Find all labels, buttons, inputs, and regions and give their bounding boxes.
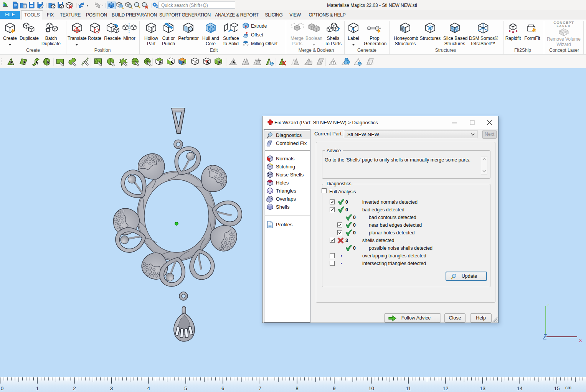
svg-text:A: A bbox=[351, 26, 355, 32]
svg-text:5: 5 bbox=[184, 385, 187, 391]
svg-text:cm: cm bbox=[565, 385, 571, 390]
svg-text:2: 2 bbox=[73, 385, 76, 391]
svg-text:10: 10 bbox=[368, 385, 374, 391]
svg-text:7: 7 bbox=[259, 385, 262, 391]
svg-text:Y: Y bbox=[546, 303, 550, 308]
svg-text:4: 4 bbox=[147, 385, 150, 391]
svg-text:12: 12 bbox=[442, 385, 448, 391]
svg-text:11: 11 bbox=[406, 385, 411, 391]
svg-text:13: 13 bbox=[480, 385, 485, 391]
svg-text:3: 3 bbox=[110, 385, 113, 391]
svg-text:6: 6 bbox=[221, 385, 224, 391]
svg-text:X: X bbox=[579, 338, 582, 343]
svg-text:15: 15 bbox=[554, 385, 560, 391]
svg-text:14: 14 bbox=[517, 385, 523, 391]
svg-text:9: 9 bbox=[333, 385, 336, 391]
svg-text:8: 8 bbox=[295, 385, 299, 391]
svg-text:0: 0 bbox=[1, 385, 4, 391]
svg-text:1: 1 bbox=[36, 385, 39, 391]
